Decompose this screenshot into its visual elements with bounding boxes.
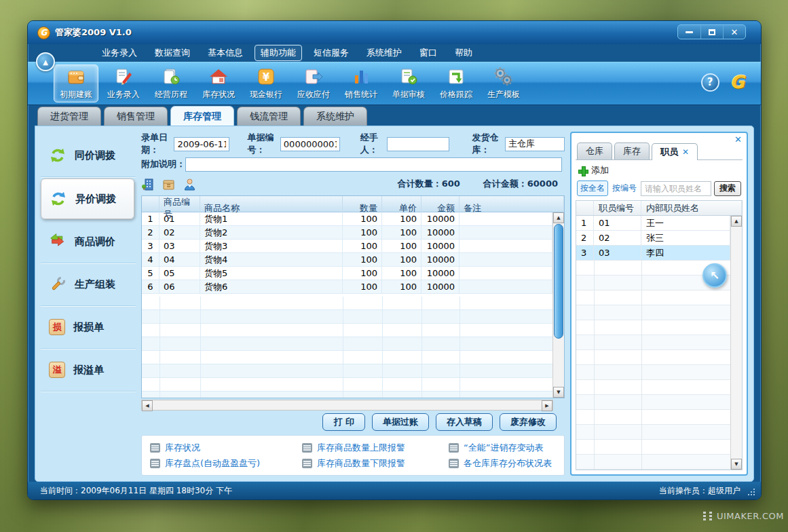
print-button[interactable]: 打 印 (322, 413, 365, 431)
horizontal-scrollbar[interactable]: ◀ ▶ (141, 400, 553, 411)
link-lower-limit-alarm[interactable]: 库存商品数量下限报警 (302, 455, 449, 471)
sidebar-item-production-assembly[interactable]: 生产组装 (41, 263, 136, 306)
menu-business-entry[interactable]: 业务录入 (96, 45, 143, 61)
tab-inventory-management[interactable]: 库存管理 (170, 106, 234, 126)
vertical-scrollbar[interactable]: ▲ ▼ (552, 212, 564, 398)
table-row[interactable]: 303货物310010010000 (142, 240, 552, 253)
menu-help[interactable]: 帮助 (449, 45, 479, 61)
staff-row[interactable]: 101王一 (576, 216, 730, 231)
handler-input[interactable] (387, 137, 449, 151)
sidebar-item-goods-price-adjust[interactable]: 商品调价 (41, 221, 136, 263)
link-stocktake[interactable]: 库存盘点(自动盘盈盘亏) (150, 455, 302, 471)
doc-no-label: 单据编号： (247, 132, 280, 156)
empty-rows-area (142, 297, 552, 398)
toolbar-item-sales-statistics[interactable]: 销售统计 (339, 64, 383, 102)
save-draft-button[interactable]: 存入草稿 (436, 413, 493, 431)
wallet-icon (66, 66, 86, 87)
menu-data-query[interactable]: 数据查询 (149, 45, 196, 61)
toolbar-item-price-tracking[interactable]: 价格跟踪 (434, 64, 479, 102)
table-row[interactable]: 202货物210010010000 (142, 226, 552, 240)
discard-changes-button[interactable]: 废弃修改 (500, 413, 557, 431)
scroll-up-icon[interactable]: ▲ (553, 212, 564, 223)
staff-table: 职员编号 内部职员姓名 101王一 202张三 303李四 ▲ (576, 200, 743, 470)
goods-box-icon[interactable] (162, 178, 175, 191)
note-input[interactable] (185, 157, 562, 172)
staff-search-input[interactable] (641, 181, 711, 196)
report-icon (449, 443, 459, 453)
toolbar-item-business-entry[interactable]: 业务录入 (101, 64, 146, 102)
toolbar-item-inventory-status[interactable]: 库存状况 (196, 64, 241, 102)
panel-close-icon[interactable]: ✕ (734, 134, 742, 145)
table-row[interactable]: 404货物410010010000 (142, 253, 552, 267)
recycle-green-icon (49, 147, 67, 164)
resize-grip[interactable] (748, 487, 756, 495)
toolbar-item-business-history[interactable]: 经营历程 (149, 64, 193, 102)
form-row-1: 录单日期： 单据编号： 经手人： 发货仓库： (141, 136, 565, 152)
picker-tab-staff[interactable]: 职员✕ (652, 143, 698, 160)
current-time-text: 当前时间：2009年06月11日 星期四 18时30分 下午 (40, 485, 232, 497)
table-row[interactable]: 505货物510010010000 (142, 267, 552, 280)
date-input[interactable] (174, 137, 229, 151)
tab-purchase-management[interactable]: 进货管理 (37, 107, 101, 126)
doc-no-input[interactable] (280, 137, 340, 151)
title-bar[interactable]: G 管家婆2009 V1.0 ✕ (28, 21, 761, 44)
sidebar-item-same-price-transfer[interactable]: 同价调拨 (41, 134, 136, 177)
tab-close-icon[interactable]: ✕ (682, 147, 689, 157)
link-warehouse-distribution[interactable]: 各仓库库存分布状况表 (449, 455, 556, 471)
toolbar-item-production-template[interactable]: 生产模板 (481, 64, 526, 102)
sidebar-item-diff-price-transfer[interactable]: 异价调拨 (41, 178, 134, 219)
warehouse-input[interactable] (505, 137, 565, 151)
filter-by-code-button[interactable]: 按编号 (611, 181, 638, 195)
scrollbar-thumb[interactable] (554, 224, 563, 339)
staff-row-selected[interactable]: 303李四 (576, 246, 730, 261)
menu-sms-service[interactable]: 短信服务 (307, 45, 355, 61)
maximize-button[interactable] (700, 25, 723, 39)
scroll-right-icon[interactable]: ▶ (542, 400, 552, 411)
menu-auxiliary-functions[interactable]: 辅助功能 (255, 45, 302, 61)
staff-table-header: 职员编号 内部职员姓名 (576, 201, 742, 216)
staff-row[interactable]: 202张三 (576, 231, 730, 246)
filter-by-name-button[interactable]: 按全名 (577, 180, 608, 196)
toolbar-collapse-button[interactable]: ▲ (36, 52, 55, 71)
link-upper-limit-alarm[interactable]: 库存商品数量上限报警 (302, 440, 449, 455)
menu-window[interactable]: 窗口 (413, 45, 443, 61)
app-logo-icon: G (37, 26, 50, 39)
toolbar-item-voucher-audit[interactable]: 单据审核 (386, 64, 431, 102)
link-inventory-status[interactable]: 库存状况 (150, 440, 302, 455)
minimize-button[interactable] (678, 25, 700, 39)
scroll-up-icon[interactable]: ▲ (731, 216, 742, 227)
menu-basic-info[interactable]: 基本信息 (202, 45, 249, 61)
report-icon (150, 459, 160, 468)
totals: 合计数量：600 合计金额：60000 (398, 178, 565, 190)
brand-logo-icon: G (730, 72, 745, 92)
close-button[interactable]: ✕ (723, 25, 745, 39)
person-icon[interactable] (183, 178, 196, 191)
post-voucher-button[interactable]: 单据过账 (372, 413, 429, 431)
picker-tab-warehouse[interactable]: 仓库 (577, 142, 612, 159)
search-button[interactable]: 搜索 (714, 181, 741, 196)
toolbar-item-initial-account-setup[interactable]: 初期建账 (54, 64, 98, 102)
toolbar-item-cash-bank[interactable]: ¥ 现金银行 (244, 64, 288, 102)
table-row[interactable]: 606货物610010010000 (142, 280, 552, 294)
toolbar-item-receivables-payables[interactable]: 应收应付 (291, 64, 336, 102)
warehouse-building-icon[interactable] (141, 178, 154, 191)
picker-tab-stock[interactable]: 库存 (614, 142, 650, 159)
staff-vertical-scrollbar[interactable]: ▲ ▼ (730, 216, 742, 470)
tab-system-maintenance[interactable]: 系统维护 (303, 107, 367, 126)
items-table-header: 商品编号 商品名称 数量 单价 金额 备注 (142, 196, 564, 212)
scroll-down-icon[interactable]: ▼ (731, 459, 742, 470)
sidebar-item-overflow-report[interactable]: 溢 报溢单 (41, 349, 136, 392)
staff-col-code: 职员编号 (594, 201, 641, 215)
help-icon[interactable]: ? (701, 73, 719, 92)
scroll-left-icon[interactable]: ◀ (142, 400, 153, 411)
tab-sales-management[interactable]: 销售管理 (104, 107, 168, 126)
menu-system-maintenance[interactable]: 系统维护 (360, 45, 408, 61)
module-tab-bar: 进货管理 销售管理 库存管理 钱流管理 系统维护 (28, 105, 761, 126)
watermark: UIMAKER.COM (703, 511, 784, 521)
add-row[interactable]: 添加 (576, 160, 743, 179)
tab-cashflow-management[interactable]: 钱流管理 (237, 107, 301, 126)
link-omni-change-report[interactable]: “全能”进销存变动表 (449, 440, 556, 455)
scroll-down-icon[interactable]: ▼ (553, 387, 564, 398)
table-row[interactable]: 101货物110010010000 (142, 212, 552, 226)
sidebar-item-loss-report[interactable]: 损 报损单 (41, 306, 136, 349)
